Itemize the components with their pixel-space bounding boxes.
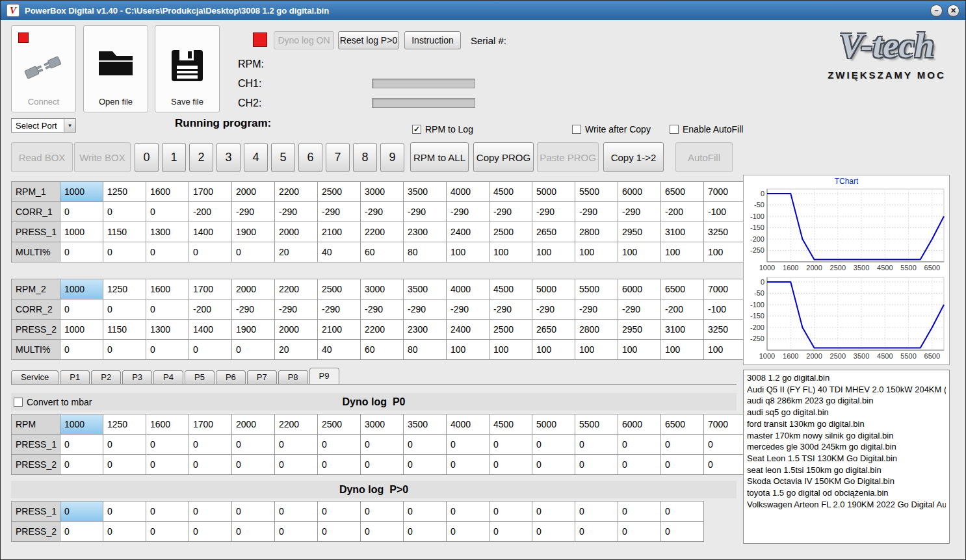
rpm-to-log-checkbox[interactable]: ✓ RPM to Log xyxy=(412,124,473,134)
table-cell[interactable]: 4000 xyxy=(447,279,489,299)
table-cell[interactable]: 2950 xyxy=(618,222,660,242)
table-cell[interactable]: 0 xyxy=(318,502,360,521)
table-cell[interactable]: 100 xyxy=(618,340,660,359)
table-cell[interactable]: 0 xyxy=(618,522,660,541)
digit-button-9[interactable]: 9 xyxy=(380,143,404,172)
table-cell[interactable]: 0 xyxy=(447,435,489,454)
table-cell[interactable]: 2800 xyxy=(575,320,618,339)
chevron-down-icon[interactable]: ▼ xyxy=(64,119,75,132)
tab-service[interactable]: Service xyxy=(11,370,59,384)
table-cell[interactable]: 0 xyxy=(490,502,532,521)
table-cell[interactable]: 4500 xyxy=(490,414,532,434)
file-list-panel[interactable]: 3008 1.2 go digital.binAudi Q5 II (FY FL… xyxy=(743,370,950,544)
copy-1-to-2-button[interactable]: Copy 1->2 xyxy=(603,142,664,172)
checkbox-box[interactable] xyxy=(14,398,23,407)
table-cell[interactable]: 100 xyxy=(661,340,703,359)
table-cell[interactable]: -290 xyxy=(404,299,446,319)
table-cell[interactable]: 6000 xyxy=(618,279,660,299)
table-cell[interactable]: 0 xyxy=(361,502,403,521)
table-cell[interactable]: 0 xyxy=(404,435,446,454)
table-cell[interactable]: 2100 xyxy=(318,320,360,339)
table-cell[interactable]: 1300 xyxy=(146,320,189,339)
table-cell[interactable]: -290 xyxy=(232,299,274,319)
table-cell[interactable]: 0 xyxy=(275,522,317,541)
table-cell[interactable]: 6500 xyxy=(661,414,703,434)
table-cell[interactable]: 4500 xyxy=(490,182,532,201)
table-cell[interactable]: 6000 xyxy=(618,414,660,434)
table-cell[interactable]: 1900 xyxy=(232,320,274,339)
tab-p6[interactable]: P6 xyxy=(216,370,246,384)
table-cell[interactable]: 1000 xyxy=(60,182,103,201)
table-cell[interactable]: 0 xyxy=(361,435,403,454)
table-cell[interactable]: 0 xyxy=(232,455,274,474)
enable-autofill-checkbox[interactable]: Enable AutoFill xyxy=(670,124,743,134)
table-cell[interactable]: 0 xyxy=(661,455,703,474)
table-cell[interactable]: 2500 xyxy=(318,279,360,299)
table-cell[interactable]: 20 xyxy=(275,340,317,359)
table-cell[interactable]: 5000 xyxy=(532,414,575,434)
table-cell[interactable]: 0 xyxy=(189,522,231,541)
table-cell[interactable]: 0 xyxy=(146,202,189,222)
table-cell[interactable]: 100 xyxy=(490,340,532,359)
tab-p4[interactable]: P4 xyxy=(153,370,183,384)
table-cell[interactable]: -290 xyxy=(532,299,575,319)
table-cell[interactable]: 0 xyxy=(189,242,231,262)
table-cell[interactable]: 60 xyxy=(361,340,403,359)
digit-button-0[interactable]: 0 xyxy=(135,143,159,172)
table-cell[interactable]: 2500 xyxy=(490,320,532,339)
table-cell[interactable]: 100 xyxy=(447,242,489,262)
table-cell[interactable]: 0 xyxy=(490,435,532,454)
table-cell[interactable]: 0 xyxy=(60,522,103,541)
table-cell[interactable]: 2000 xyxy=(232,414,274,434)
table-cell[interactable]: 7000 xyxy=(704,182,746,201)
instruction-button[interactable]: Instruction xyxy=(404,31,461,49)
table-cell[interactable]: 2300 xyxy=(404,222,446,242)
table-cell[interactable]: 0 xyxy=(60,455,103,474)
table-cell[interactable]: 2400 xyxy=(447,320,489,339)
table-cell[interactable]: -290 xyxy=(361,299,403,319)
table-cell[interactable]: 0 xyxy=(103,299,146,319)
table-cell[interactable]: 0 xyxy=(103,455,146,474)
write-after-copy-checkbox[interactable]: Write after Copy xyxy=(572,124,651,134)
tab-p9[interactable]: P9 xyxy=(309,368,339,384)
table-cell[interactable]: 0 xyxy=(103,522,146,541)
table-cell[interactable]: 0 xyxy=(103,202,146,222)
table-cell[interactable]: 1000 xyxy=(60,222,103,242)
table-cell[interactable]: 0 xyxy=(103,435,146,454)
table-cell[interactable]: 2200 xyxy=(275,414,317,434)
table-cell[interactable]: 0 xyxy=(103,502,146,521)
table-cell[interactable]: 4000 xyxy=(447,414,489,434)
table-cell[interactable]: -200 xyxy=(189,299,231,319)
copy-prog-button[interactable]: Copy PROG xyxy=(473,142,534,172)
file-list-item[interactable]: master 170km nowy silnik go digital.bin xyxy=(747,430,946,442)
table-cell[interactable]: 1150 xyxy=(103,222,146,242)
table-cell[interactable]: 0 xyxy=(490,522,532,541)
table-cell[interactable]: 100 xyxy=(575,242,618,262)
table-cell[interactable]: -290 xyxy=(275,202,317,222)
table-cell[interactable]: 0 xyxy=(404,455,446,474)
table-cell[interactable]: 0 xyxy=(447,522,489,541)
checkbox-box[interactable] xyxy=(572,125,581,134)
tab-p1[interactable]: P1 xyxy=(60,370,90,384)
table-cell[interactable]: 0 xyxy=(146,340,189,359)
table-cell[interactable]: 2650 xyxy=(532,222,575,242)
table-cell[interactable]: 100 xyxy=(447,340,489,359)
table-cell[interactable]: -290 xyxy=(575,202,618,222)
table-cell[interactable]: 7000 xyxy=(704,279,746,299)
digit-button-4[interactable]: 4 xyxy=(244,143,268,172)
tab-p5[interactable]: P5 xyxy=(185,370,215,384)
table-cell[interactable]: 1250 xyxy=(103,182,146,201)
table-cell[interactable]: 0 xyxy=(146,299,189,319)
table-cell[interactable]: 1400 xyxy=(189,320,231,339)
table-cell[interactable]: 0 xyxy=(275,435,317,454)
table-cell[interactable]: 2100 xyxy=(318,222,360,242)
table-cell[interactable]: 0 xyxy=(532,455,575,474)
table-cell[interactable]: 0 xyxy=(361,455,403,474)
table-cell[interactable]: 6500 xyxy=(661,279,703,299)
digit-button-7[interactable]: 7 xyxy=(326,143,350,172)
file-list-item[interactable]: audi sq5 go digital.bin xyxy=(747,407,946,418)
tab-p2[interactable]: P2 xyxy=(91,370,121,384)
table-cell[interactable]: 0 xyxy=(232,242,274,262)
paste-prog-button[interactable]: Paste PROG xyxy=(537,142,599,172)
table-cell[interactable]: 3000 xyxy=(361,414,403,434)
